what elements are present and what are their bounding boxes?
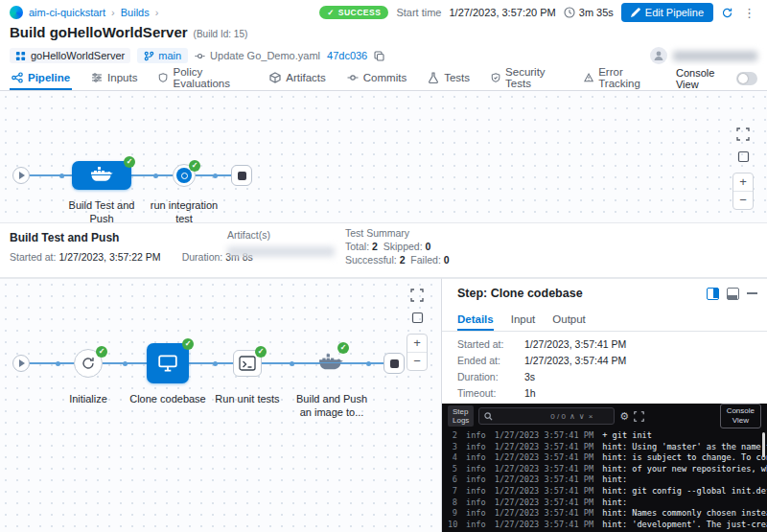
- log-fullscreen-icon[interactable]: [634, 411, 644, 422]
- log-search-input[interactable]: [497, 411, 546, 421]
- grid-icon: [15, 51, 26, 61]
- zoom-in-button[interactable]: +: [407, 335, 427, 353]
- integration-step-icon: [176, 168, 192, 183]
- commit-icon: [195, 51, 205, 61]
- fullscreen-icon[interactable]: [736, 127, 750, 141]
- fit-view-icon[interactable]: [411, 312, 424, 324]
- tab-tests[interactable]: Tests: [426, 66, 472, 90]
- tab-details[interactable]: Details: [457, 310, 494, 331]
- tab-commits[interactable]: Commits: [345, 66, 408, 90]
- tab-output[interactable]: Output: [552, 310, 586, 331]
- stage-summary-bar: Build Test and Push Started at: 1/27/202…: [0, 222, 767, 278]
- step-graph-start-node[interactable]: [12, 355, 30, 372]
- sync-icon: [81, 356, 96, 371]
- copy-icon[interactable]: [374, 51, 384, 61]
- log-line: 9info1/27/2023 3:57:41 PMhint: Names com…: [448, 508, 767, 520]
- codebase-monitor-icon: [157, 354, 178, 373]
- zoom-out-button[interactable]: −: [733, 192, 753, 209]
- branch-pill[interactable]: main: [137, 48, 188, 63]
- log-line: 10info1/27/2023 3:57:41 PMhint: 'develop…: [448, 520, 767, 531]
- split-view-icon[interactable]: [707, 288, 719, 300]
- fit-view-icon[interactable]: [737, 150, 750, 163]
- connector-dot: [290, 361, 294, 366]
- search-next-icon[interactable]: ∨: [579, 412, 585, 421]
- bottom-view-icon[interactable]: [727, 288, 739, 300]
- user-name-redacted: [673, 51, 757, 61]
- search-icon: [484, 412, 493, 421]
- stage-summary-times: Started at: 1/27/2023, 3:57:22 PM Durati…: [10, 251, 253, 263]
- detail-row: Timeout:1h: [457, 387, 757, 399]
- detail-row: Duration:3s: [457, 371, 757, 382]
- stage-node-build-test-and-push[interactable]: ✓: [72, 161, 131, 190]
- refresh-icon: [721, 7, 733, 19]
- step-label[interactable]: Initialize: [55, 392, 122, 405]
- tab-policy-evaluations[interactable]: Policy Evaluations: [156, 66, 250, 90]
- connector-dot: [56, 361, 60, 366]
- search-match-count: 0 / 0: [550, 412, 566, 421]
- zoom-in-button[interactable]: +: [733, 173, 753, 192]
- status-text: SUCCESS: [338, 8, 382, 17]
- breadcrumb-builds[interactable]: Builds: [121, 7, 150, 18]
- artifacts-icon: [269, 72, 281, 83]
- step-node-initialize[interactable]: ✓: [74, 349, 103, 378]
- tab-pipeline[interactable]: Pipeline: [10, 66, 72, 90]
- tab-bar: Pipeline Inputs Policy Evaluations Artif…: [0, 66, 767, 91]
- minimize-icon[interactable]: [747, 292, 757, 294]
- top-bar: aim-ci-quickstart › Builds › ✓ SUCCESS S…: [0, 0, 767, 25]
- step-node-run-unit-tests[interactable]: ✓: [233, 350, 262, 377]
- commit-hash-link[interactable]: 47dc036: [327, 50, 367, 61]
- log-settings-gear-icon[interactable]: ⚙: [619, 410, 629, 423]
- log-line: 3info1/27/2023 3:57:41 PMhint: Using 'ma…: [448, 442, 767, 453]
- artifact-link-redacted[interactable]: [227, 246, 335, 257]
- step-node-clone-codebase[interactable]: ✓: [147, 343, 189, 383]
- step-label[interactable]: Build and Push an image to...: [292, 392, 371, 420]
- pipeline-end-node: [231, 165, 252, 186]
- stage-node-run-integration-test[interactable]: ✓: [173, 164, 196, 187]
- detail-row: Started at:1/27/2023, 3:57:41 PM: [457, 338, 757, 350]
- refresh-button[interactable]: [721, 7, 733, 19]
- breadcrumb-chevron-icon: ›: [111, 7, 115, 18]
- stage-graph: ✓ ✓ Build Test and Push run integration …: [0, 91, 767, 222]
- pipeline-start-node[interactable]: [12, 167, 30, 184]
- stop-icon: [238, 172, 246, 180]
- branch-name: main: [158, 50, 181, 61]
- pencil-icon: [631, 8, 640, 17]
- log-line: 6info1/27/2023 3:57:41 PMhint:: [448, 474, 767, 486]
- panel-view-icons: [707, 288, 757, 300]
- tab-input[interactable]: Input: [511, 310, 536, 331]
- edit-pipeline-button[interactable]: Edit Pipeline: [621, 3, 713, 22]
- log-line: 4info1/27/2023 3:57:41 PMhint: is subjec…: [448, 452, 767, 464]
- repo-tag[interactable]: goHelloWorldServer: [10, 48, 130, 63]
- step-node-build-and-push-image[interactable]: ✓: [316, 352, 345, 375]
- step-label[interactable]: Run unit tests: [209, 392, 286, 405]
- tab-inputs[interactable]: Inputs: [89, 66, 139, 90]
- step-label[interactable]: Clone codebase: [128, 392, 208, 405]
- test-summary: Test Summary Total: 2 Skipped: 0 Success…: [345, 227, 450, 266]
- search-prev-icon[interactable]: ∧: [569, 412, 575, 421]
- console-view-control: Console View: [676, 66, 757, 90]
- more-options-button[interactable]: ⋮: [741, 6, 757, 20]
- avatar[interactable]: [650, 47, 667, 64]
- tab-security-tests[interactable]: Security Tests: [489, 66, 565, 90]
- log-line: 5info1/27/2023 3:57:41 PMhint: of your n…: [448, 464, 767, 475]
- tab-error-tracking[interactable]: Error Tracking: [582, 66, 659, 90]
- tab-artifacts[interactable]: Artifacts: [267, 66, 328, 90]
- policy-icon: [158, 72, 168, 83]
- console-view-toggle[interactable]: [736, 72, 757, 85]
- success-check-icon: ✓: [182, 338, 194, 350]
- docker-whale-icon: [90, 167, 113, 184]
- step-logs-label: Step Logs: [448, 405, 474, 427]
- search-close-icon[interactable]: ×: [589, 412, 593, 421]
- console-view-button[interactable]: Console View: [720, 404, 761, 428]
- zoom-controls: + −: [732, 173, 754, 210]
- log-scrollbar[interactable]: [762, 432, 765, 457]
- zoom-out-button[interactable]: −: [407, 353, 427, 370]
- fullscreen-icon[interactable]: [410, 289, 424, 302]
- stage-graph-controls: + −: [732, 127, 754, 210]
- status-badge: ✓ SUCCESS: [319, 6, 388, 19]
- step-graph-end-node: [384, 353, 405, 374]
- breadcrumb-project[interactable]: aim-ci-quickstart: [29, 7, 105, 18]
- play-icon: [19, 359, 25, 367]
- error-tracking-icon: [584, 72, 593, 83]
- success-check-icon: ✓: [255, 346, 267, 358]
